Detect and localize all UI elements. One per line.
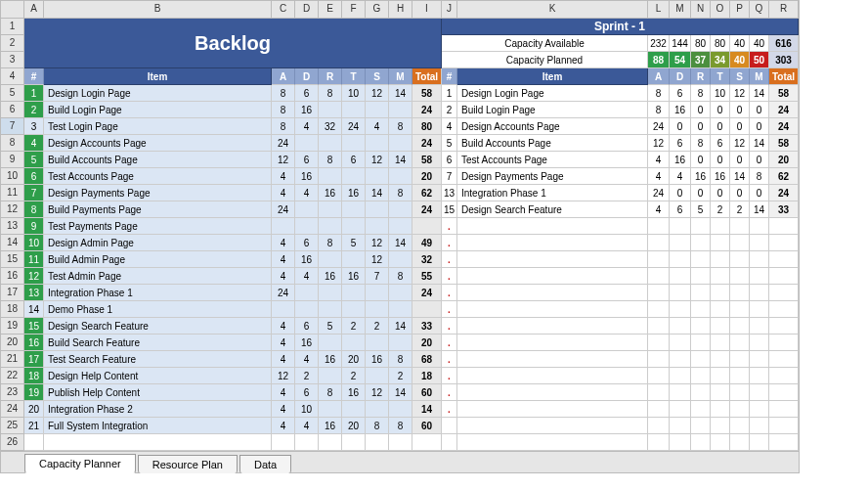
cell[interactable] (750, 318, 769, 335)
cell[interactable] (711, 301, 730, 318)
backlog-T[interactable] (342, 218, 366, 235)
row-header[interactable]: 24 (1, 401, 24, 418)
backlog-T[interactable]: 16 (342, 384, 366, 401)
cell[interactable] (750, 335, 769, 351)
row-header[interactable]: 19 (1, 318, 24, 335)
cell[interactable] (648, 251, 670, 268)
cell[interactable] (691, 368, 711, 384)
cell[interactable] (711, 401, 730, 418)
backlog-D[interactable] (295, 135, 319, 152)
backlog-T[interactable]: 10 (342, 85, 366, 102)
backlog-T[interactable]: 16 (342, 268, 366, 285)
sprint-N[interactable]: 0 (691, 118, 711, 135)
backlog-idx[interactable]: 1 (24, 85, 44, 102)
sprint-M[interactable]: 6 (670, 85, 691, 102)
backlog-M[interactable] (389, 218, 412, 235)
backlog-S[interactable]: 12 (366, 235, 389, 251)
backlog-idx[interactable]: 2 (24, 102, 44, 118)
backlog-item[interactable]: Test Accounts Page (44, 168, 272, 185)
backlog-T[interactable]: 24 (342, 118, 366, 135)
row-header[interactable]: 20 (1, 335, 24, 351)
backlog-A[interactable]: 24 (272, 201, 295, 218)
cell[interactable] (457, 434, 648, 451)
sprint-M[interactable]: 16 (670, 152, 691, 168)
sprint-N[interactable]: 5 (691, 201, 711, 218)
backlog-idx[interactable]: 4 (24, 135, 44, 152)
backlog-S[interactable] (366, 285, 389, 301)
sprint-Q[interactable]: 14 (750, 201, 769, 218)
row-header[interactable]: 25 (1, 418, 24, 434)
backlog-A[interactable]: 24 (272, 285, 295, 301)
col-header-C[interactable]: C (272, 1, 295, 19)
backlog-R[interactable]: 8 (319, 152, 342, 168)
cell[interactable] (670, 351, 691, 368)
backlog-T[interactable] (342, 168, 366, 185)
backlog-M[interactable] (389, 335, 412, 351)
backlog-idx[interactable]: 16 (24, 335, 44, 351)
row-header[interactable]: 14 (1, 235, 24, 251)
cell[interactable] (769, 235, 799, 251)
backlog-A[interactable]: 4 (272, 351, 295, 368)
backlog-M[interactable]: 2 (389, 368, 412, 384)
cell[interactable] (769, 251, 799, 268)
sprint-O[interactable]: 6 (711, 135, 730, 152)
col-header-Q[interactable]: Q (750, 1, 769, 19)
cell[interactable] (648, 335, 670, 351)
row-header[interactable]: 5 (1, 85, 24, 102)
backlog-A[interactable]: 4 (272, 268, 295, 285)
cell[interactable] (730, 418, 750, 434)
backlog-D[interactable]: 6 (295, 235, 319, 251)
cell[interactable] (730, 301, 750, 318)
cell[interactable] (670, 218, 691, 235)
sprint-idx[interactable]: 13 (442, 185, 457, 201)
backlog-T[interactable]: 5 (342, 235, 366, 251)
backlog-M[interactable]: 8 (389, 351, 412, 368)
cell[interactable] (670, 251, 691, 268)
cell[interactable] (711, 368, 730, 384)
sprint-O[interactable]: 0 (711, 152, 730, 168)
backlog-D[interactable]: 16 (295, 102, 319, 118)
backlog-S[interactable]: 2 (366, 318, 389, 335)
cell[interactable] (648, 434, 670, 451)
col-header-E[interactable]: E (319, 1, 342, 19)
sprint-N[interactable]: 8 (691, 135, 711, 152)
backlog-T[interactable] (342, 335, 366, 351)
cell[interactable] (691, 351, 711, 368)
cell[interactable] (457, 218, 648, 235)
cell[interactable] (691, 285, 711, 301)
backlog-S[interactable]: 12 (366, 85, 389, 102)
col-header-K[interactable]: K (457, 1, 648, 19)
cell[interactable] (457, 318, 648, 335)
backlog-idx[interactable]: 6 (24, 168, 44, 185)
row-header[interactable]: 2 (1, 35, 24, 52)
sprint-P[interactable]: 0 (730, 118, 750, 135)
cell[interactable] (457, 235, 648, 251)
sprint-P[interactable]: 12 (730, 85, 750, 102)
backlog-M[interactable] (389, 135, 412, 152)
cell[interactable] (691, 434, 711, 451)
cell[interactable] (769, 368, 799, 384)
sprint-P[interactable]: 12 (730, 135, 750, 152)
cell[interactable] (648, 401, 670, 418)
cell[interactable] (730, 401, 750, 418)
col-header-A[interactable]: A (24, 1, 44, 19)
backlog-S[interactable]: 8 (366, 418, 389, 434)
backlog-A[interactable]: 4 (272, 251, 295, 268)
col-header-O[interactable]: O (711, 1, 730, 19)
row-header[interactable]: 12 (1, 201, 24, 218)
backlog-T[interactable] (342, 301, 366, 318)
backlog-A[interactable] (272, 218, 295, 235)
select-all-corner[interactable] (1, 1, 24, 19)
backlog-R[interactable] (319, 335, 342, 351)
cell[interactable] (711, 351, 730, 368)
sprint-L[interactable]: 4 (648, 152, 670, 168)
backlog-idx[interactable]: 8 (24, 201, 44, 218)
backlog-S[interactable]: 7 (366, 268, 389, 285)
sprint-P[interactable]: 0 (730, 152, 750, 168)
cell[interactable] (769, 301, 799, 318)
backlog-M[interactable] (389, 301, 412, 318)
backlog-R[interactable] (319, 301, 342, 318)
sprint-N[interactable]: 0 (691, 185, 711, 201)
backlog-D[interactable]: 6 (295, 384, 319, 401)
backlog-M[interactable]: 8 (389, 268, 412, 285)
